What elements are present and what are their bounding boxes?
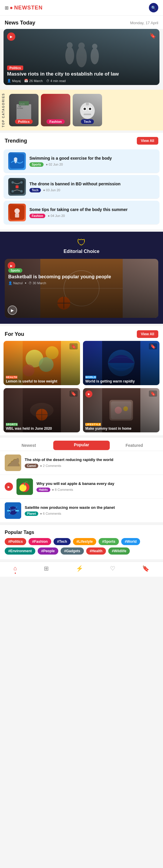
category-item-fashion[interactable]: Fashion: [41, 94, 70, 126]
trending-info-2: The drone is banned in BD without permis…: [30, 181, 155, 192]
svg-point-14: [84, 108, 86, 110]
bottom-navigation: ⌂ ⊞ ⚡ ♡ 🔖: [0, 562, 163, 577]
for-you-bookmark-2[interactable]: 🔖: [149, 343, 157, 349]
hero-title: Massive riots in the city to establish r…: [7, 71, 156, 77]
tag-chip-environment[interactable]: #Environment: [5, 548, 35, 555]
list-tag-2: Habits: [37, 488, 50, 492]
trending-item-3[interactable]: Some tips for taking care of the body th…: [4, 201, 159, 225]
header-left: ⊞ ● NEWSTEN: [5, 5, 43, 11]
trending-meta-3: Fashion ● 04 Jun 20: [30, 214, 155, 218]
list-info-3: Satellite now producing more waste on th…: [25, 505, 158, 516]
tag-chip-gadgets[interactable]: #Gadgets: [60, 548, 84, 555]
hero-bookmark-button[interactable]: 🔖: [150, 32, 156, 39]
svg-rect-33: [15, 213, 19, 218]
for-you-grid: 🔖 HEALTH Lemon is useful to lose weight …: [0, 341, 163, 432]
list-info-1: The ship of the desert reducing rapidly …: [25, 458, 158, 468]
list-item-3[interactable]: Satellite now producing more waste on th…: [0, 499, 163, 523]
tab-featured[interactable]: Featured: [110, 441, 158, 451]
trending-header: Trending View All: [0, 133, 163, 148]
robot-svg: [77, 98, 98, 122]
list-thumb-2: [16, 478, 33, 495]
svg-point-3: [78, 42, 85, 49]
svg-text:SAVE: SAVE: [19, 103, 25, 105]
editorial-date: ⏱ 30 March: [29, 281, 46, 285]
editorial-author: 👤 Nazrul: [8, 281, 23, 285]
logo-text: NEWSTEN: [14, 5, 43, 11]
for-you-card-4[interactable]: ▶ 🔖 LIFESTYLE Make yummy toast in home: [83, 388, 159, 432]
svg-point-63: [19, 484, 27, 491]
list-play-2[interactable]: ▶: [5, 483, 13, 491]
nav-categories[interactable]: ⊞: [44, 565, 49, 574]
nav-home[interactable]: ⌂: [13, 565, 17, 574]
tag-chip-health[interactable]: #Health: [86, 548, 106, 555]
for-you-tag-3: SPORTS: [6, 423, 18, 426]
bookmark-nav-icon: 🔖: [142, 565, 150, 572]
for-you-header: For You View All: [0, 326, 163, 341]
tag-chip-people[interactable]: #People: [38, 548, 58, 555]
for-you-card-title-4: Make yummy toast in home: [85, 427, 157, 431]
hero-card[interactable]: ▶ 🔖 Politics Massive riots in the city t…: [4, 29, 159, 85]
for-you-view-all-button[interactable]: View All: [137, 330, 158, 338]
tab-popular[interactable]: Popular: [53, 441, 110, 450]
heart-icon: ♡: [110, 565, 115, 572]
hero-play-button[interactable]: ▶: [7, 32, 15, 41]
categories-icon: ⊞: [44, 565, 49, 572]
trending-info-3: Some tips for taking care of the body th…: [30, 207, 155, 218]
grid-icon: ⊞: [5, 5, 8, 11]
svg-point-2: [76, 46, 87, 67]
editorial-card-title: Basketball is becoming popular young peo…: [8, 274, 155, 280]
svg-point-5: [92, 44, 97, 49]
drone-svg: [10, 180, 25, 194]
tag-chip-politics[interactable]: #Politics: [5, 538, 26, 545]
category-item-tech[interactable]: Tech: [73, 94, 102, 126]
editorial-card[interactable]: ▶ Sports Basketball is becoming popular …: [5, 259, 158, 318]
tag-chip-tech[interactable]: #Tech: [53, 538, 71, 545]
list-tag-3: Planet: [25, 512, 38, 516]
for-you-bookmark-3[interactable]: 🔖: [70, 391, 78, 397]
cat-tech-label: Tech: [75, 119, 100, 124]
nav-favorites[interactable]: ♡: [110, 565, 115, 574]
for-you-card-2[interactable]: 🔖 WORLD World is getting warm rapidly: [83, 341, 159, 385]
tag-chip-sports[interactable]: #Sports: [98, 538, 119, 545]
for-you-bottom-2: WORLD World is getting warm rapidly: [85, 374, 157, 383]
tag-chip-wildlife[interactable]: #Wildlife: [108, 548, 130, 555]
nav-trending[interactable]: ⚡: [76, 565, 83, 574]
for-you-bookmark-1[interactable]: 🔖: [70, 343, 78, 349]
tag-chip-fashion[interactable]: #Fashion: [29, 538, 51, 545]
svg-rect-16: [84, 114, 91, 115]
list-meta-3: Planet ● 6 Comments: [25, 512, 158, 516]
for-you-card-3[interactable]: 🔖 SPORTS WBL was held in June 2020: [4, 388, 80, 432]
for-you-card-title-2: World is getting warm rapidly: [85, 379, 157, 383]
editorial-bottom-play-button[interactable]: ▶: [8, 306, 17, 315]
for-you-tag-1: HEALTH: [6, 376, 17, 379]
for-you-card-1[interactable]: 🔖 HEALTH Lemon is useful to lose weight: [4, 341, 80, 385]
camel-svg: [5, 455, 21, 471]
trending-title-1: Swimming is a good exercise for the body: [30, 156, 155, 161]
for-you-bottom-3: SPORTS WBL was held in June 2020: [6, 422, 78, 431]
trending-view-all-button[interactable]: View All: [137, 137, 158, 145]
trending-item-2[interactable]: The drone is banned in BD without permis…: [4, 175, 159, 199]
trending-meta-2: Tech ● 03 Jun 20: [30, 188, 155, 192]
for-you-title: For You: [5, 331, 24, 337]
for-you-card-title-1: Lemon is useful to lose weight: [6, 379, 78, 383]
trending-title-2: The drone is banned in BD without permis…: [30, 181, 155, 187]
for-you-bookmark-4[interactable]: 🔖: [149, 391, 157, 397]
category-item-politics[interactable]: SAVE THE FUTURE Politics: [9, 94, 39, 126]
tab-newest[interactable]: Newest: [5, 441, 53, 451]
nav-downloads[interactable]: 🔖: [142, 565, 150, 574]
list-item-1[interactable]: The ship of the desert reducing rapidly …: [0, 451, 163, 475]
for-you-play-4[interactable]: ▶: [85, 391, 92, 398]
list-meta-1: Camel ● 2 Comments: [25, 464, 158, 468]
svg-text:FUTURE: FUTURE: [17, 107, 23, 109]
svg-point-1: [67, 42, 73, 48]
categories-list: SAVE THE FUTURE Politics Fashion: [7, 93, 105, 127]
svg-point-29: [11, 190, 14, 192]
svg-point-32: [14, 208, 20, 214]
for-you-tag-4: LIFESTYLE: [85, 423, 101, 426]
tag-chip-world[interactable]: #World: [121, 538, 140, 545]
header-search[interactable]: 🔍: [149, 3, 158, 12]
list-comments-3: ● 6 Comments: [40, 512, 61, 515]
tag-chip-lifestyle[interactable]: #Lifestyle: [73, 538, 96, 545]
trending-item[interactable]: Swimming is a good exercise for the body…: [4, 149, 159, 173]
list-item-2[interactable]: ▶ Why you will eat apple & banana every …: [0, 475, 163, 499]
